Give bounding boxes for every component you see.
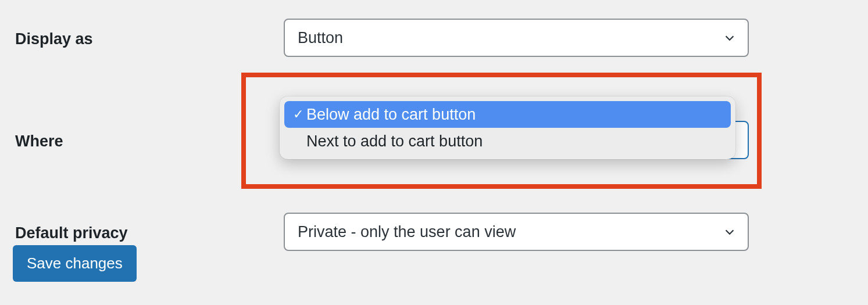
chevron-down-icon [722, 224, 737, 239]
label-default-privacy: Default privacy [0, 213, 284, 243]
dropdown-option-next-to-add-to-cart[interactable]: Next to add to cart button [284, 128, 731, 155]
row-default-privacy: Default privacy Private - only the user … [0, 159, 868, 251]
chevron-down-icon [722, 30, 737, 45]
dropdown-option-label: Below add to cart button [306, 106, 476, 124]
field-default-privacy: Private - only the user can view [284, 213, 868, 251]
select-default-privacy-value: Private - only the user can view [298, 223, 516, 241]
select-display-as-value: Button [298, 29, 343, 47]
dropdown-where-options: ✓ Below add to cart button Next to add t… [280, 96, 735, 159]
save-changes-button[interactable]: Save changes [13, 245, 137, 282]
label-display-as: Display as [0, 19, 284, 49]
label-where: Where [0, 121, 284, 152]
check-icon: ✓ [290, 107, 306, 122]
dropdown-option-below-add-to-cart[interactable]: ✓ Below add to cart button [284, 101, 731, 128]
select-default-privacy[interactable]: Private - only the user can view [284, 213, 749, 251]
row-display-as: Display as Button [0, 0, 868, 57]
select-display-as[interactable]: Button [284, 19, 749, 57]
save-row: Save changes [13, 245, 137, 282]
dropdown-option-label: Next to add to cart button [306, 132, 483, 150]
field-display-as: Button [284, 19, 868, 57]
